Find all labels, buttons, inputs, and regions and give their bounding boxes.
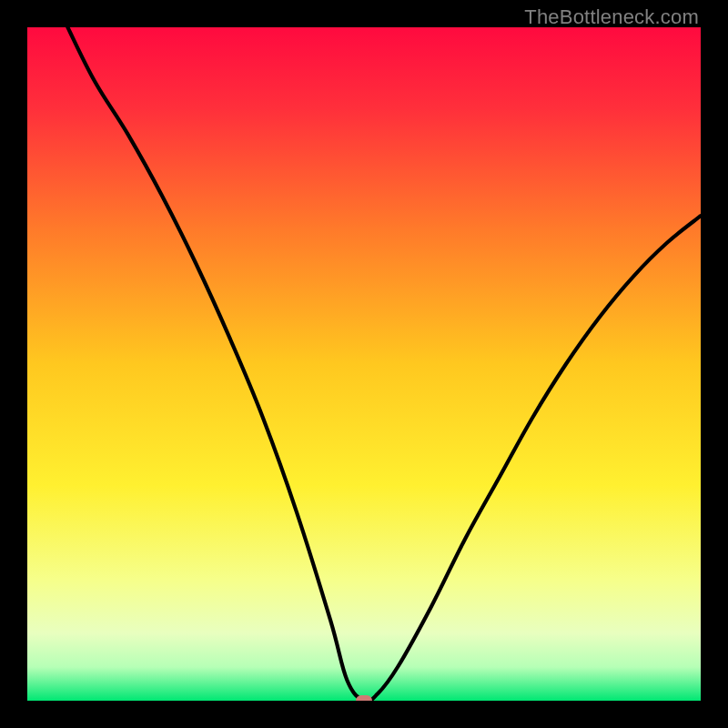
bottleneck-curve	[27, 27, 701, 701]
plot-area	[27, 27, 701, 701]
chart-frame: TheBottleneck.com	[0, 0, 728, 728]
watermark-text: TheBottleneck.com	[524, 5, 699, 29]
optimal-point-marker	[356, 695, 372, 701]
